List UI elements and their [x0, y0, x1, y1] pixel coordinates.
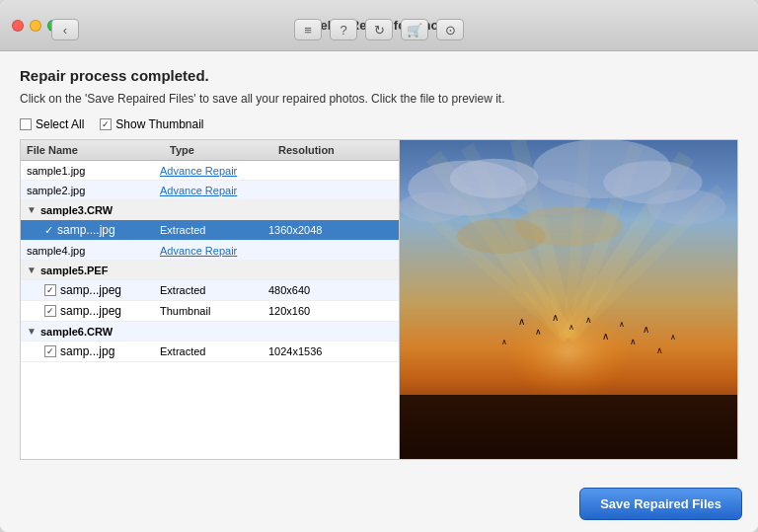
filename-cell: sample6.CRW	[40, 326, 174, 338]
select-all-label: Select All	[36, 117, 84, 131]
select-all-area[interactable]: Select All	[20, 117, 84, 131]
svg-text:∧: ∧	[535, 327, 542, 337]
resolution-cell: 1024x1536	[268, 345, 393, 357]
row-checkbox[interactable]: ✓	[44, 305, 56, 317]
page-heading: Repair process completed.	[20, 67, 738, 84]
table-body: sample1.jpg Advance Repair sample2.jpg A…	[21, 161, 399, 459]
svg-text:∧: ∧	[670, 333, 676, 342]
titlebar: Stellar Repair for Photo ‹ ≡ ? ↻ 🛒 ⊙	[0, 0, 758, 51]
save-bar: Save Repaired Files	[0, 476, 758, 532]
table-row-group[interactable]: ▼ sample6.CRW	[21, 322, 399, 342]
show-thumbnail-area[interactable]: ✓ Show Thumbnail	[100, 117, 203, 131]
table-header: File Name Type Resolution	[21, 140, 399, 161]
preview-image: ∧ ∧ ∧ ∧ ∧ ∧ ∧ ∧ ∧ ∧ ∧ ∧	[400, 140, 737, 459]
refresh-icon[interactable]: ↻	[365, 19, 393, 40]
row-checkbox[interactable]: ✓	[44, 284, 56, 296]
table-row[interactable]: ✓ samp....jpg Extracted 1360x2048	[21, 220, 399, 241]
minimize-button[interactable]	[30, 20, 41, 32]
filename-cell: sample5.PEF	[40, 265, 174, 276]
filename-cell: samp...jpg	[60, 344, 114, 358]
filename-cell: samp....jpg	[57, 223, 115, 237]
svg-text:∧: ∧	[552, 311, 559, 322]
filename-cell: samp...jpeg	[60, 283, 121, 297]
type-cell: Advance Repair	[160, 185, 268, 196]
type-cell: Advance Repair	[160, 245, 268, 257]
table-row[interactable]: ✓ samp...jpg Extracted 1024x1536	[21, 342, 399, 362]
triangle-icon: ▼	[27, 204, 37, 215]
advance-repair-link[interactable]: Advance Repair	[160, 245, 237, 257]
table-row[interactable]: sample4.jpg Advance Repair	[21, 241, 399, 261]
show-thumbnail-label: Show Thumbnail	[115, 117, 203, 131]
type-cell: Extracted	[160, 224, 268, 236]
filename-cell: sample3.CRW	[40, 204, 174, 216]
resolution-cell: 1360x2048	[268, 224, 393, 236]
resolution-cell: 480x640	[268, 284, 393, 296]
checkmark-icon: ✓	[44, 224, 53, 237]
menu-icon[interactable]: ≡	[294, 19, 322, 40]
advance-repair-link[interactable]: Advance Repair	[160, 165, 237, 177]
svg-point-17	[457, 218, 546, 254]
type-cell: Extracted	[160, 345, 268, 357]
filename-cell: sample4.jpg	[27, 245, 160, 257]
page-subtext: Click on the 'Save Repaired Files' to sa…	[20, 92, 738, 106]
type-cell: Advance Repair	[160, 165, 268, 177]
options-row: Select All ✓ Show Thumbnail	[20, 117, 738, 131]
select-all-checkbox[interactable]	[20, 118, 32, 130]
table-row[interactable]: sample2.jpg Advance Repair	[21, 181, 399, 200]
save-repaired-files-button[interactable]: Save Repaired Files	[579, 488, 742, 520]
svg-text:∧: ∧	[518, 316, 525, 327]
help-icon[interactable]: ?	[330, 19, 357, 40]
svg-text:∧: ∧	[568, 323, 574, 332]
svg-point-15	[647, 190, 726, 225]
main-content: Repair process completed. Click on the '…	[0, 51, 758, 476]
col-filename-header: File Name	[27, 144, 170, 156]
triangle-icon: ▼	[27, 326, 37, 337]
svg-text:∧: ∧	[656, 345, 663, 355]
show-thumbnail-checkbox[interactable]: ✓	[100, 118, 112, 130]
col-resolution-header: Resolution	[278, 144, 393, 156]
table-row[interactable]: sample1.jpg Advance Repair	[21, 161, 399, 181]
app-window: Stellar Repair for Photo ‹ ≡ ? ↻ 🛒 ⊙ Rep…	[0, 0, 758, 532]
close-button[interactable]	[12, 20, 24, 32]
toolbar: ≡ ? ↻ 🛒 ⊙	[294, 19, 464, 40]
svg-point-14	[400, 192, 468, 222]
cart-icon[interactable]: 🛒	[401, 19, 428, 40]
triangle-icon: ▼	[27, 265, 37, 275]
advance-repair-link[interactable]: Advance Repair	[160, 185, 237, 196]
main-area: File Name Type Resolution sample1.jpg Ad…	[20, 139, 738, 460]
type-cell: Thumbnail	[160, 305, 268, 317]
resolution-cell: 120x160	[268, 305, 393, 317]
type-cell: Extracted	[160, 284, 268, 296]
preview-area: ∧ ∧ ∧ ∧ ∧ ∧ ∧ ∧ ∧ ∧ ∧ ∧	[400, 140, 737, 459]
file-table: File Name Type Resolution sample1.jpg Ad…	[21, 140, 400, 459]
svg-text:∧: ∧	[619, 320, 625, 329]
filename-cell: sample2.jpg	[27, 185, 160, 196]
svg-text:∧: ∧	[602, 331, 609, 342]
table-row[interactable]: ✓ samp...jpeg Thumbnail 120x160	[21, 301, 399, 322]
col-type-header: Type	[170, 144, 278, 156]
account-icon[interactable]: ⊙	[436, 19, 464, 40]
svg-text:∧: ∧	[585, 315, 592, 325]
row-checkbox[interactable]: ✓	[44, 345, 56, 357]
table-row-group[interactable]: ▼ sample5.PEF	[21, 261, 399, 280]
city-silhouette	[400, 395, 737, 459]
table-row-group[interactable]: ▼ sample3.CRW	[21, 200, 399, 220]
table-row[interactable]: ✓ samp...jpeg Extracted 480x640	[21, 280, 399, 301]
back-button[interactable]: ‹	[51, 19, 79, 40]
svg-text:∧: ∧	[630, 337, 637, 346]
filename-cell: sample1.jpg	[27, 165, 160, 177]
clouds-svg	[400, 140, 737, 332]
svg-text:∧: ∧	[643, 324, 649, 335]
filename-cell: samp...jpeg	[60, 304, 121, 318]
birds-svg: ∧ ∧ ∧ ∧ ∧ ∧ ∧ ∧ ∧ ∧ ∧ ∧	[400, 306, 737, 402]
svg-text:∧: ∧	[501, 338, 507, 346]
